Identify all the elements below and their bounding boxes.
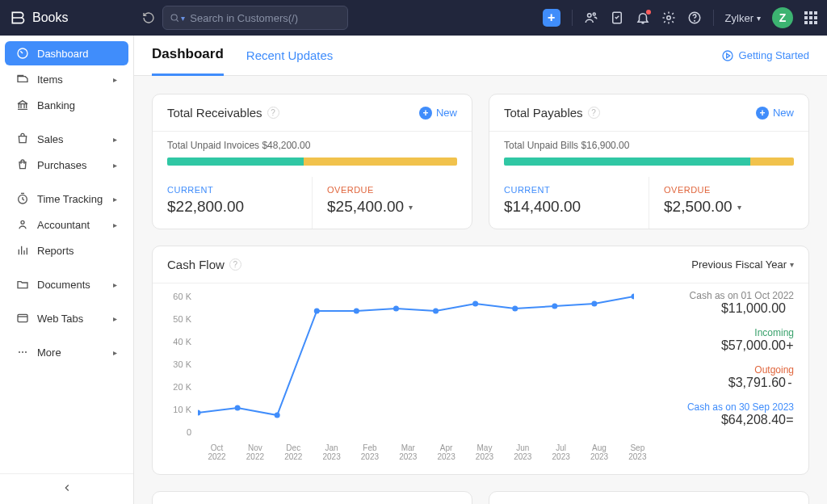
svg-point-20 [393,306,399,312]
card-receivables: Total Receivables? +New Total Unpaid Inv… [152,94,472,229]
current-label: CURRENT [504,185,634,195]
svg-point-17 [275,413,280,418]
referrals-icon[interactable] [584,10,598,25]
refresh-icon[interactable] [141,10,156,25]
sidebar-collapse-button[interactable] [0,473,133,504]
svg-point-19 [354,309,359,314]
overdue-amount-dropdown[interactable]: $25,400.00▾ [327,198,457,216]
cash-outgoing-label: Outgoing [665,364,794,376]
tasks-icon[interactable] [610,10,624,25]
current-amount: $22,800.00 [167,198,297,216]
svg-point-16 [235,405,241,411]
sidebar-item-label: Reports [37,245,74,257]
card-subtitle: Total Unpaid Invoices $48,200.00 [153,132,472,158]
svg-point-15 [198,410,201,416]
getting-started-label: Getting Started [739,49,809,61]
help-icon[interactable]: ? [267,107,279,119]
cash-incoming-label: Incoming [665,327,794,338]
sidebar-item-purchases[interactable]: Purchases▸ [5,153,128,177]
sidebar-item-label: Web Tabs [37,313,83,325]
plus-circle-icon: + [756,107,769,120]
quick-create-button[interactable]: + [543,9,560,27]
svg-point-26 [632,294,635,300]
card-title: Total Payables [504,106,583,120]
svg-point-12 [22,351,23,353]
payables-progress-bar [504,158,794,166]
plus-circle-icon: + [419,107,432,120]
svg-point-6 [694,20,695,21]
help-icon[interactable] [687,10,702,25]
chevron-down-icon: ▾ [737,203,741,212]
search-box[interactable]: ▾ [162,6,348,30]
sidebar-item-label: More [37,346,61,359]
svg-point-25 [591,301,597,307]
sidebar-item-label: Time Tracking [37,193,103,205]
overdue-amount: $2,500.00 [664,198,733,216]
apps-grid-icon[interactable] [804,11,817,24]
sidebar: Dashboard Items▸ Banking Sales▸ Purchase… [0,36,134,504]
svg-point-0 [171,15,177,20]
sidebar-item-accountant[interactable]: Accountant▸ [5,212,128,237]
card-top-expenses: Your Top Expenses? Previous Fiscal Year [489,491,809,504]
sidebar-item-web-tabs[interactable]: Web Tabs▸ [5,306,128,330]
cash-open-label: Cash as on 01 Oct 2022 [665,290,794,301]
help-icon[interactable]: ? [588,107,600,119]
new-label: New [436,107,457,119]
svg-point-21 [433,309,439,314]
sidebar-item-label: Documents [37,279,90,291]
sidebar-item-sales[interactable]: Sales▸ [5,127,128,151]
svg-point-2 [593,13,595,15]
card-income-expense: Income and Expense? Previous Fiscal Year [152,491,472,504]
avatar[interactable]: Z [772,7,793,28]
new-label: New [773,107,794,119]
app-logo[interactable]: Books [10,10,135,26]
notifications-icon[interactable] [636,10,650,25]
tab-recent-updates[interactable]: Recent Updates [246,37,334,74]
search-icon [170,12,179,23]
card-title: Cash Flow [167,258,225,271]
card-subtitle: Total Unpaid Bills $16,900.00 [489,132,808,158]
svg-point-22 [472,301,478,307]
sidebar-item-documents[interactable]: Documents▸ [5,272,128,296]
search-input[interactable] [190,12,341,24]
chevron-down-icon: ▾ [409,203,413,212]
sidebar-item-banking[interactable]: Banking [5,93,128,117]
search-scope-chevron-icon[interactable]: ▾ [181,14,185,23]
overdue-label: OVERDUE [327,185,457,195]
svg-point-1 [587,14,591,18]
sidebar-item-reports[interactable]: Reports [5,238,128,262]
sidebar-item-time-tracking[interactable]: Time Tracking▸ [5,187,128,211]
app-name: Books [32,10,68,25]
settings-icon[interactable] [661,10,676,25]
card-cash-flow: Cash Flow? Previous Fiscal Year▾ 60 K50 … [152,246,809,475]
period-label: Previous Fiscal Year [691,258,787,271]
overdue-amount-dropdown[interactable]: $2,500.00▾ [664,198,794,216]
svg-rect-10 [18,314,27,321]
new-payable-button[interactable]: +New [756,107,794,120]
sidebar-item-label: Purchases [37,159,86,171]
sidebar-item-label: Dashboard [37,48,89,60]
card-title: Total Receivables [167,106,262,120]
cash-flow-chart: 60 K50 K40 K30 K20 K10 K0 Oct2022Nov2022… [167,284,665,461]
period-selector[interactable]: Previous Fiscal Year▾ [691,258,794,271]
svg-point-9 [21,220,24,224]
org-switcher[interactable]: Zylker▾ [725,12,761,24]
cash-open-amount: $11,000.00 [721,301,786,315]
svg-point-4 [666,16,670,20]
current-label: CURRENT [167,185,297,195]
sidebar-item-label: Banking [37,99,75,111]
chevron-down-icon: ▾ [790,260,794,269]
sidebar-item-items[interactable]: Items▸ [5,67,128,91]
tab-dashboard[interactable]: Dashboard [152,36,224,76]
cash-close-label[interactable]: Cash as on 30 Sep 2023 [665,401,794,413]
current-amount: $14,400.00 [504,198,634,216]
help-icon[interactable]: ? [229,258,241,271]
svg-point-13 [25,351,27,353]
sidebar-item-label: Items [37,74,63,86]
svg-point-24 [552,304,557,309]
new-receivable-button[interactable]: +New [419,107,457,120]
sidebar-item-label: Accountant [37,219,90,231]
sidebar-item-dashboard[interactable]: Dashboard [5,41,128,65]
getting-started-link[interactable]: Getting Started [721,49,809,62]
sidebar-item-more[interactable]: More▸ [5,340,128,364]
